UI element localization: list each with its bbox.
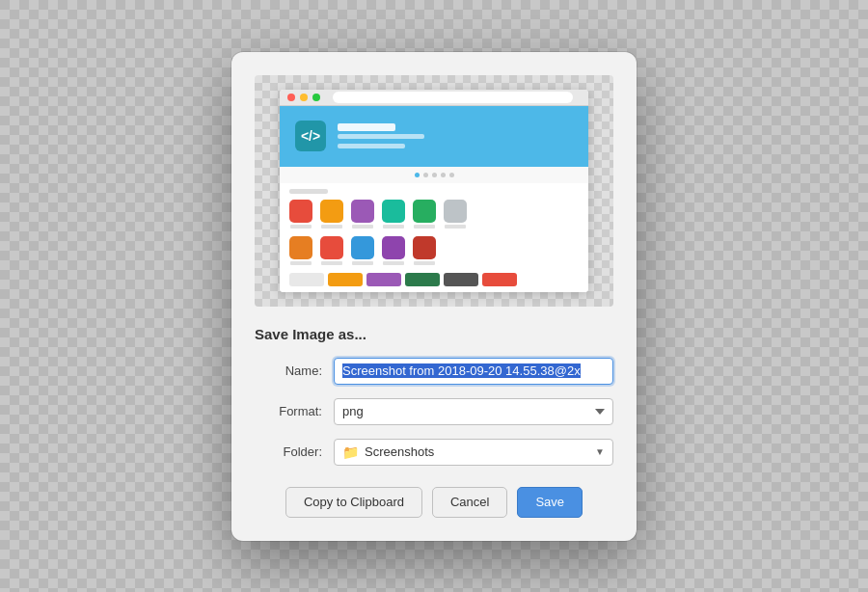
mock-app-icon-4 (382, 200, 405, 223)
save-button[interactable]: Save (517, 487, 583, 518)
mock-categories (289, 273, 579, 286)
mock-app-10 (382, 236, 405, 265)
mock-app-8 (320, 236, 343, 265)
mock-app-1 (289, 200, 312, 229)
dialog-title: Save Image as... (255, 326, 613, 342)
mock-urlbar (333, 92, 573, 103)
screenshot-thumbnail: </> (280, 90, 588, 292)
save-dialog: </> (231, 52, 637, 541)
mock-minimize-dot (300, 94, 308, 101)
cancel-button[interactable]: Cancel (432, 487, 507, 518)
mock-app-6 (444, 200, 467, 229)
mock-app-name-4 (383, 225, 404, 229)
mock-app-name-11 (414, 261, 435, 265)
format-row: Format: png jpg bmp tiff (255, 398, 613, 425)
format-select[interactable]: png jpg bmp tiff (334, 398, 613, 425)
mock-app-name-8 (321, 261, 342, 265)
mock-apps-row-2 (289, 236, 579, 265)
copy-to-clipboard-button[interactable]: Copy to Clipboard (285, 487, 422, 518)
mock-cat-4 (405, 273, 440, 286)
mock-app-4 (382, 200, 405, 229)
mock-dot-5 (449, 173, 454, 177)
image-preview: </> (255, 75, 613, 307)
mock-app-icon-5 (413, 200, 436, 223)
mock-maximize-dot (312, 94, 320, 101)
folder-icon: 📁 (342, 444, 359, 460)
folder-text: Screenshots (365, 444, 589, 459)
mock-app-name-5 (414, 225, 435, 229)
format-label: Format: (255, 404, 322, 418)
mock-dot-4 (441, 173, 446, 177)
mock-section-label (289, 189, 328, 194)
mock-cat-3 (366, 273, 401, 286)
mock-apps-row-1 (289, 200, 579, 229)
mock-app-icon-7 (289, 236, 312, 259)
mock-app-name-2 (321, 225, 342, 229)
mock-apps-section (280, 183, 588, 292)
mock-app-name-1 (290, 225, 312, 229)
mock-app-name-7 (290, 261, 312, 265)
mock-app-11 (413, 236, 436, 265)
mock-close-dot (287, 94, 295, 101)
mock-dot-1 (415, 173, 420, 177)
folder-chevron-icon: ▼ (595, 446, 605, 457)
mock-app-7 (289, 236, 312, 265)
mock-app-name-10 (383, 261, 404, 265)
mock-dot-2 (423, 173, 428, 177)
name-input[interactable] (334, 358, 613, 385)
folder-select[interactable]: 📁 Screenshots ▼ (334, 439, 613, 466)
mock-cat-1 (289, 273, 324, 286)
mock-app-name-9 (352, 261, 373, 265)
mock-app-icon-9 (351, 236, 374, 259)
mock-titlebar (280, 90, 588, 107)
mock-app-5 (413, 200, 436, 229)
mock-app-icon-3 (351, 200, 374, 223)
mock-hero: </> (280, 106, 588, 166)
mock-app-2 (320, 200, 343, 229)
mock-app-icon-10 (382, 236, 405, 259)
mock-hero-text (338, 123, 424, 148)
mock-cat-5 (444, 273, 478, 286)
mock-app-desc (338, 144, 405, 148)
dialog-buttons: Copy to Clipboard Cancel Save (255, 487, 613, 518)
mock-dot-3 (432, 173, 437, 177)
mock-app-subtitle (338, 134, 424, 139)
mock-app-3 (351, 200, 374, 229)
name-row: Name: (255, 358, 613, 385)
mock-app-icon-1 (289, 200, 312, 223)
mock-app-logo: </> (295, 121, 326, 151)
mock-app-9 (351, 236, 374, 265)
mock-app-icon-8 (320, 236, 343, 259)
folder-row: Folder: 📁 Screenshots ▼ (255, 439, 613, 466)
mock-cat-2 (328, 273, 363, 286)
mock-app-icon-11 (413, 236, 436, 259)
mock-app-name-3 (352, 225, 373, 229)
name-label: Name: (255, 363, 322, 378)
mock-app-title (338, 123, 395, 131)
mock-app-name-6 (445, 225, 466, 229)
mock-cat-6 (482, 273, 517, 286)
folder-label: Folder: (255, 444, 322, 459)
mock-app-icon-6 (444, 200, 467, 223)
mock-app-icon-2 (320, 200, 343, 223)
mock-nav-dots (280, 167, 588, 183)
